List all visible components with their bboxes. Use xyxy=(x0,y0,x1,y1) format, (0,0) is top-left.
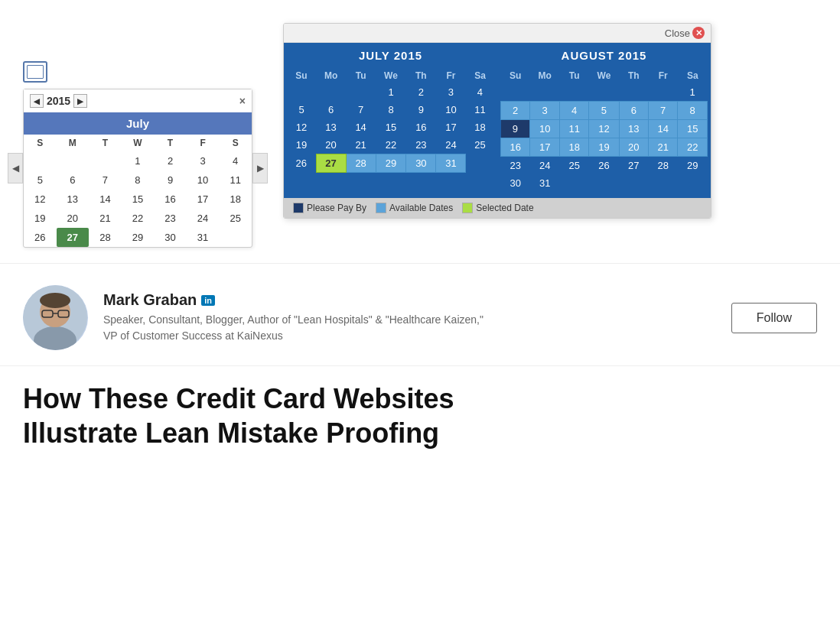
table-row[interactable]: 4 xyxy=(559,102,588,120)
table-row[interactable]: 11 xyxy=(219,170,252,190)
table-row[interactable]: 21 xyxy=(89,209,122,228)
table-row[interactable]: 1 xyxy=(122,151,155,170)
table-row[interactable]: 16 xyxy=(406,118,436,136)
table-row[interactable]: 8 xyxy=(376,101,406,118)
table-row[interactable]: 25 xyxy=(219,209,252,228)
table-row[interactable]: 21 xyxy=(346,136,376,154)
table-row[interactable]: 22 xyxy=(122,209,155,228)
table-row[interactable]: 1 xyxy=(376,83,406,101)
table-row[interactable]: 13 xyxy=(316,118,346,136)
table-row[interactable]: 19 xyxy=(287,136,316,154)
table-row[interactable]: 6 xyxy=(57,170,90,190)
table-row[interactable]: 31 xyxy=(436,154,466,173)
table-row[interactable]: 3 xyxy=(436,83,466,101)
prev-year-btn[interactable]: ◀ xyxy=(30,94,44,108)
next-year-btn[interactable]: ▶ xyxy=(73,94,87,108)
table-row[interactable]: 3 xyxy=(530,102,559,120)
table-row[interactable]: 20 xyxy=(57,209,90,228)
table-row[interactable]: 27 xyxy=(316,154,346,173)
table-row[interactable]: 5 xyxy=(287,101,316,118)
table-row[interactable]: 25 xyxy=(466,136,494,154)
table-row[interactable]: 22 xyxy=(678,138,708,157)
table-row[interactable]: 5 xyxy=(24,170,57,190)
table-row[interactable]: 12 xyxy=(589,120,619,138)
table-row[interactable]: 9 xyxy=(501,120,530,138)
table-row[interactable]: 25 xyxy=(559,157,588,175)
table-row[interactable]: 2 xyxy=(406,83,436,101)
table-row[interactable]: 16 xyxy=(501,138,530,157)
table-row[interactable]: 23 xyxy=(154,209,187,228)
table-row[interactable]: 15 xyxy=(376,118,406,136)
table-row[interactable]: 14 xyxy=(89,190,122,209)
table-row[interactable]: 7 xyxy=(89,170,122,190)
table-row[interactable]: 10 xyxy=(436,101,466,118)
table-row[interactable]: 18 xyxy=(219,190,252,209)
table-row[interactable]: 8 xyxy=(678,102,708,120)
table-row[interactable]: 17 xyxy=(436,118,466,136)
table-row[interactable]: 19 xyxy=(24,209,57,228)
follow-button[interactable]: Follow xyxy=(731,303,817,333)
next-month-arrow[interactable]: ▶ xyxy=(252,153,268,183)
table-row[interactable]: 13 xyxy=(57,190,90,209)
table-row[interactable]: 4 xyxy=(466,83,494,101)
table-row[interactable]: 2 xyxy=(154,151,187,170)
table-row[interactable]: 28 xyxy=(649,157,678,175)
table-row[interactable]: 7 xyxy=(346,101,376,118)
table-row[interactable]: 31 xyxy=(530,174,559,192)
table-row[interactable]: 7 xyxy=(649,102,678,120)
table-row[interactable]: 20 xyxy=(316,136,346,154)
table-row[interactable]: 28 xyxy=(89,228,122,247)
table-row[interactable]: 14 xyxy=(649,120,678,138)
table-row[interactable]: 24 xyxy=(530,157,559,175)
table-row[interactable]: 26 xyxy=(24,228,57,247)
table-row[interactable]: 9 xyxy=(406,101,436,118)
table-row[interactable]: 15 xyxy=(122,190,155,209)
table-row[interactable]: 30 xyxy=(406,154,436,173)
small-cal-close-btn[interactable]: × xyxy=(239,95,246,107)
table-row[interactable]: 18 xyxy=(466,118,494,136)
table-row[interactable]: 21 xyxy=(649,138,678,157)
table-row[interactable]: 27 xyxy=(619,157,648,175)
table-row[interactable]: 18 xyxy=(559,138,588,157)
table-row[interactable]: 20 xyxy=(619,138,648,157)
table-row[interactable]: 6 xyxy=(316,101,346,118)
table-row[interactable]: 31 xyxy=(187,228,220,247)
table-row[interactable]: 4 xyxy=(219,151,252,170)
table-row[interactable]: 5 xyxy=(589,102,619,120)
linkedin-badge[interactable]: in xyxy=(201,295,215,306)
table-row[interactable]: 23 xyxy=(406,136,436,154)
table-row[interactable]: 11 xyxy=(559,120,588,138)
table-row[interactable]: 26 xyxy=(589,157,619,175)
table-row[interactable]: 11 xyxy=(466,101,494,118)
table-row[interactable]: 10 xyxy=(187,170,220,190)
table-row[interactable]: 15 xyxy=(678,120,708,138)
table-row[interactable]: 12 xyxy=(24,190,57,209)
table-row[interactable]: 29 xyxy=(678,157,708,175)
table-row[interactable]: 24 xyxy=(187,209,220,228)
table-row[interactable]: 30 xyxy=(154,228,187,247)
table-row[interactable]: 22 xyxy=(376,136,406,154)
table-row[interactable]: 24 xyxy=(436,136,466,154)
table-row[interactable]: 3 xyxy=(187,151,220,170)
table-row[interactable]: 29 xyxy=(122,228,155,247)
table-row[interactable]: 8 xyxy=(122,170,155,190)
table-row[interactable]: 10 xyxy=(530,120,559,138)
table-row[interactable]: 2 xyxy=(501,102,530,120)
table-row[interactable]: 17 xyxy=(530,138,559,157)
table-row[interactable]: 28 xyxy=(346,154,376,173)
table-row[interactable]: 9 xyxy=(154,170,187,190)
table-row[interactable]: 1 xyxy=(678,83,708,102)
table-row[interactable]: 19 xyxy=(589,138,619,157)
table-row[interactable]: 23 xyxy=(501,157,530,175)
table-row[interactable]: 16 xyxy=(154,190,187,209)
table-row[interactable]: 14 xyxy=(346,118,376,136)
table-row[interactable]: 13 xyxy=(619,120,648,138)
table-row[interactable]: 12 xyxy=(287,118,316,136)
table-row[interactable]: 26 xyxy=(287,154,316,173)
table-row[interactable]: 27 xyxy=(57,228,90,247)
table-row[interactable]: 6 xyxy=(619,102,648,120)
large-cal-close-btn[interactable]: Close ✕ xyxy=(665,27,705,39)
prev-month-arrow[interactable]: ◀ xyxy=(8,153,23,183)
table-row[interactable]: 30 xyxy=(501,174,530,192)
table-row[interactable]: 29 xyxy=(376,154,406,173)
